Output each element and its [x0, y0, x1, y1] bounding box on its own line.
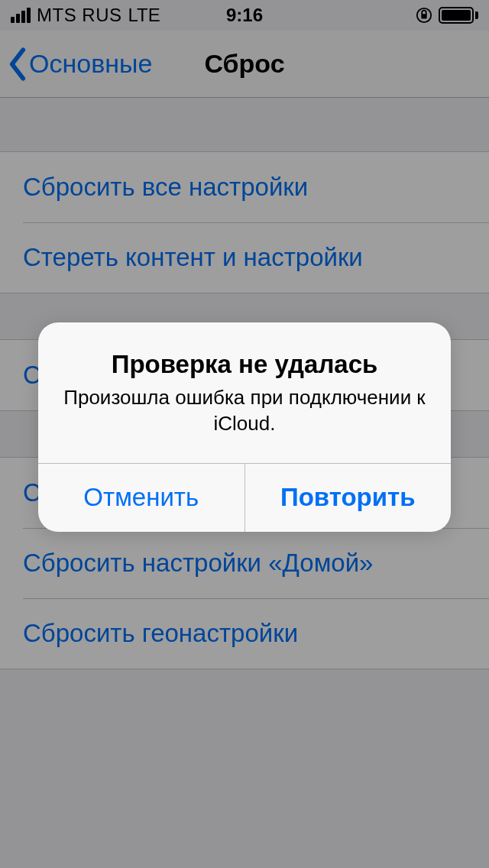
alert-cancel-button[interactable]: Отменить: [38, 464, 244, 532]
alert-title: Проверка не удалась: [60, 350, 429, 379]
alert-message: Произошла ошибка при подключении к iClou…: [60, 385, 429, 437]
alert-retry-button[interactable]: Повторить: [244, 464, 452, 532]
alert-dialog: Проверка не удалась Произошла ошибка при…: [38, 322, 451, 532]
